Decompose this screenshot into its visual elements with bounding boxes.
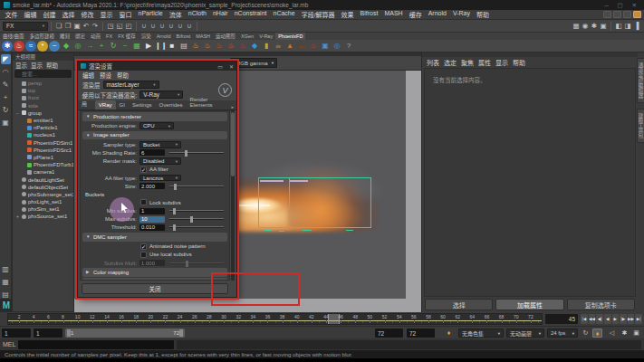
playback-button-7[interactable]: ▶| [635,314,642,324]
section-header-Color mapping[interactable]: ▶Color mapping [82,268,227,277]
slider-track[interactable] [169,262,224,264]
menu-item[interactable]: 选择 [59,10,78,19]
ae-menu-聚焦[interactable]: 聚焦 [461,58,474,67]
status-icon[interactable]: ∪ [167,21,176,32]
menu-item[interactable]: nHair [209,10,231,19]
character-set-dropdown[interactable]: 无角色集▾ [458,329,504,338]
shelf-tab-动画[interactable]: 动画 [88,33,103,40]
phoenix-coffee-icon[interactable]: ☕ [273,41,284,52]
menu-item[interactable]: 显示 [97,10,116,19]
shelf-tab-运动图形[interactable]: 运动图形 [213,33,238,40]
menu-item[interactable]: nParticle [135,10,166,19]
phoenix-fire3-icon[interactable]: ♨ [214,41,225,52]
workspace-icon-3[interactable] [623,11,631,18]
status-icon[interactable]: ✱ [590,21,599,32]
status-icon[interactable]: ◱ [115,21,124,32]
select-tool[interactable]: ◤ [1,54,11,64]
menu-item[interactable]: 创建 [40,10,59,19]
slider-handle[interactable] [186,261,188,267]
grid-icon[interactable]: ▦ [131,41,142,52]
side-tab-建模工具包[interactable]: 建模工具包 [637,109,644,143]
playback-button-3[interactable]: ◀ [604,314,611,324]
dropdown[interactable]: CPU▾ [139,122,174,129]
status-icon[interactable]: ∪ [176,21,185,32]
layout-preset-0[interactable]: ▥ [1,264,11,274]
playback-start-field[interactable]: 1 [34,329,62,338]
status-icon[interactable]: ↷ [91,21,100,32]
ae-menu-列表[interactable]: 列表 [427,58,439,67]
tree-expander[interactable]: − [15,110,20,116]
phoenix-chocolate-icon[interactable]: ▬ [296,41,307,52]
paint-select-tool[interactable]: ✎ [1,80,11,90]
nparticle-icon[interactable]: ✱ [2,41,13,52]
phoenix-splash-icon[interactable]: ▲ [284,41,295,52]
ae-button-复制选项卡[interactable]: 复制选项卡 [567,299,635,310]
window-control-2[interactable]: ✕ [632,2,640,8]
outliner-search-input[interactable]: ◌ 搜索... [14,70,72,78]
playback-button-1[interactable]: ◀◀ [589,314,596,324]
outliner-item-emitter1[interactable]: emitter1 [13,117,73,124]
menu-item[interactable]: MASH [381,10,406,19]
slider-handle[interactable] [173,208,176,214]
playback-button-5[interactable]: |▶ [620,314,627,324]
scale-tool[interactable]: ▣ [1,118,11,128]
dialog-title-bar[interactable]: 渲染设置 ▭✕ [78,62,236,71]
shelf-tab-雕刻[interactable]: 雕刻 [57,33,72,40]
status-icon[interactable]: ∪ [149,21,158,32]
shelf-tab-多边形建模[interactable]: 多边形建模 [27,33,58,40]
shelf-tab-FX[interactable]: FX [103,33,115,40]
range-slider[interactable]: 1 72 [65,329,185,338]
menu-item[interactable]: 缓存 [406,10,425,19]
status-icon[interactable]: ❏ [54,21,63,32]
checkbox[interactable]: ✓ [140,243,147,250]
status-icon[interactable]: ∪ [185,21,194,32]
menu-set-selector[interactable]: FX▾ [3,22,48,31]
outliner-item-side[interactable]: side [13,102,73,110]
status-icon[interactable]: ▣ [599,21,608,32]
dropdown[interactable]: Disabled▾ [139,157,181,165]
menu-item[interactable]: 效果 [338,10,357,19]
dialog-tab-Overrides[interactable]: Overrides [156,100,187,110]
current-frame-field[interactable]: 45 [545,314,578,324]
arrow-icon[interactable]: → [84,41,95,52]
outliner-menu-帮助[interactable]: 帮助 [46,61,58,70]
outliner-item-camera1[interactable]: camera1 [13,168,73,176]
dialog-tab-GI[interactable]: GI [116,100,129,110]
menu-item[interactable]: nCloth [185,10,209,19]
ae-menu-帮助[interactable]: 帮助 [513,58,525,67]
shelf-tab-Arnold[interactable]: Arnold [154,33,174,40]
animation-start-field[interactable]: 1 [2,329,31,338]
range-end-handle[interactable] [179,329,183,337]
shelf-tab-FX 缓存[interactable]: FX 缓存 [115,33,139,40]
dialog-tab-公用[interactable]: 公用 [78,90,95,110]
shelf-tab-Bifrost[interactable]: Bifrost [174,33,194,40]
playback-button-2[interactable]: ◀| [596,314,603,324]
phoenix-fire4-icon[interactable]: ♨ [226,41,236,52]
anim-prefs-icon[interactable]: ✱ [620,329,630,338]
status-icon[interactable]: ◳ [106,21,115,32]
dialog-window-button-0[interactable]: ▭ [217,63,223,70]
status-icon[interactable]: ◉ [581,21,590,32]
phoenix-liquid-icon[interactable]: ◆ [249,41,260,52]
slider-track[interactable] [169,218,224,220]
slider-handle[interactable] [185,150,187,157]
curve-icon[interactable]: ~ [120,41,130,52]
section-header-DMC sampler[interactable]: ▼DMC sampler [82,233,227,242]
pause-icon[interactable]: ❙❙ [155,41,166,52]
window-control-1[interactable]: ▢ [618,2,632,8]
outliner-menu-显示[interactable]: 显示 [15,61,27,70]
stop-icon[interactable]: ■ [167,41,178,52]
sound-toggle-icon[interactable]: ◁ [607,329,617,338]
value-field[interactable]: 1.000 [139,260,165,266]
time-ruler[interactable]: 2468101214161820222426283032343638404244… [7,313,543,325]
phoenix-barrel-icon[interactable]: ▮ [261,41,272,52]
auto-key-toggle[interactable]: ♦ [592,329,602,338]
dialog-tab-Render Elements[interactable]: Render Elements [187,95,232,110]
workspace-icon-2[interactable] [613,11,621,18]
dialog-scrollbar[interactable] [231,110,235,281]
menu-item[interactable]: 帮助 [473,10,492,19]
status-icon[interactable]: ▣ [72,21,82,32]
liquid-preset-icon[interactable]: ≈ [25,41,36,52]
outliner-item-PhoenixFDTurb1[interactable]: PhoenixFDTurb1 [13,161,73,168]
status-icon[interactable]: ↶ [82,21,91,32]
